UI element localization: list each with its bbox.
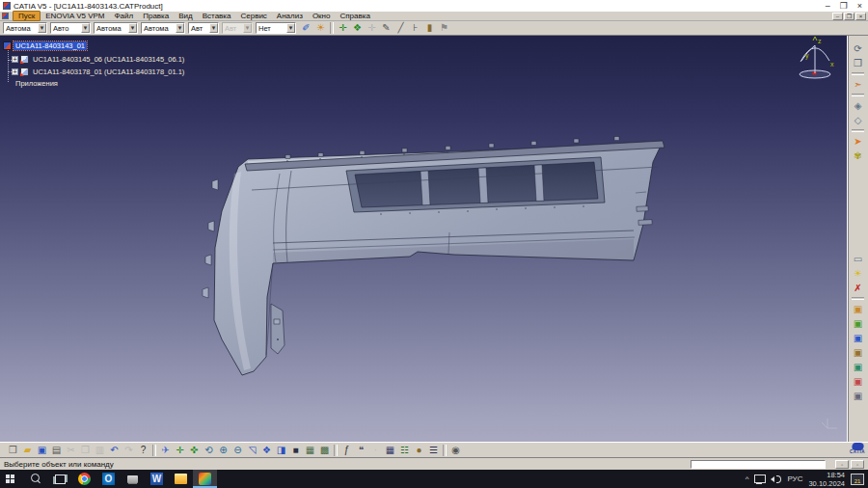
language-indicator[interactable]: РУС: [787, 474, 802, 483]
no-show-icon[interactable]: ✗: [851, 281, 865, 295]
wireframe-view-icon[interactable]: ▦: [303, 444, 317, 457]
cut-icon[interactable]: ✂: [64, 444, 78, 457]
menu-help[interactable]: Справка: [335, 12, 374, 20]
structure-tree-icon[interactable]: ☷: [397, 444, 412, 457]
rotate-icon[interactable]: ⟲: [202, 444, 216, 457]
normal-view-icon[interactable]: ◹: [245, 444, 259, 457]
paste-icon[interactable]: ▥: [93, 444, 107, 457]
fit-all-icon[interactable]: ✛: [173, 444, 187, 457]
menu-start[interactable]: Пуск: [13, 11, 41, 21]
catia-app-icon[interactable]: [193, 470, 217, 488]
save-icon[interactable]: ▣: [35, 444, 49, 457]
render-style-icon[interactable]: ▩: [317, 444, 332, 457]
menu-insert[interactable]: Вставка: [198, 12, 236, 20]
catalog-blue-icon[interactable]: ▣: [851, 331, 865, 345]
product-root-icon[interactable]: [3, 41, 12, 50]
opacity-combo[interactable]: Авто▼: [50, 22, 91, 34]
annotation-icon[interactable]: ▮: [422, 21, 437, 35]
formula-icon[interactable]: ƒ: [339, 444, 354, 457]
camera-icon[interactable]: ◉: [448, 444, 463, 457]
child-minimize-button[interactable]: –: [832, 13, 843, 20]
menu-window[interactable]: Окно: [308, 12, 336, 20]
status-button-2[interactable]: ▫: [851, 460, 864, 469]
chrome-icon[interactable]: [72, 470, 96, 488]
viewport-3d[interactable]: z x y UC1A11-8403143_01 + UC1A11-8403145…: [0, 36, 847, 442]
search-icon[interactable]: [24, 470, 48, 488]
devices-icon[interactable]: [121, 470, 145, 488]
redo-icon[interactable]: ↷: [122, 444, 136, 457]
tree-node-child[interactable]: UC1A11-8403178_01 (UC1A11-8403178_01.1): [31, 68, 186, 76]
pan-icon[interactable]: ✜: [187, 444, 202, 457]
new-icon[interactable]: ❒: [6, 444, 20, 457]
chat-icon[interactable]: ❝: [354, 444, 368, 457]
multi-view-icon[interactable]: ❖: [259, 444, 274, 457]
part-icon[interactable]: [20, 55, 29, 64]
look-at-icon[interactable]: ▭: [851, 252, 865, 266]
tray-app-icon[interactable]: 21: [851, 474, 864, 485]
catalog-red-icon[interactable]: ▣: [851, 374, 865, 389]
file-explorer-icon[interactable]: [169, 470, 193, 488]
measure-between-icon[interactable]: ╱: [393, 21, 408, 35]
list-icon[interactable]: ☰: [426, 444, 441, 457]
tree-node-child[interactable]: UC1A11-8403145_06 (UC1A11-8403145_06.1): [31, 55, 186, 64]
publish-icon[interactable]: ➣: [851, 77, 865, 92]
print-icon[interactable]: ▤: [49, 444, 64, 457]
menu-file[interactable]: Файл: [110, 12, 139, 20]
select-pointer-icon[interactable]: ➤: [851, 134, 865, 149]
product-graph-icon[interactable]: ❐: [851, 56, 865, 70]
task-view-icon[interactable]: [48, 470, 72, 488]
knowledge-icon[interactable]: ·: [368, 444, 383, 457]
child-restore-button[interactable]: ❐: [844, 13, 854, 20]
status-button-1[interactable]: ▫: [835, 460, 849, 469]
catalog-teal-icon[interactable]: ▣: [851, 360, 865, 374]
clash-check-icon[interactable]: ◇: [851, 113, 865, 127]
child-close-button[interactable]: ×: [855, 13, 866, 20]
menu-enovia[interactable]: ENOVIA V5 VPM: [41, 12, 109, 20]
open-icon[interactable]: ▰: [20, 444, 35, 457]
restore-button[interactable]: ❐: [840, 2, 848, 11]
hide-show-bulb-icon[interactable]: ☀: [851, 266, 865, 281]
iso-view-icon[interactable]: ◨: [274, 444, 288, 457]
color-combo[interactable]: Автома▼: [3, 22, 47, 34]
linetype-combo[interactable]: Автома▼: [94, 22, 138, 34]
filter-icon[interactable]: ⚑: [437, 21, 451, 35]
word-icon[interactable]: W: [145, 470, 169, 488]
menu-analyze[interactable]: Анализ: [272, 12, 308, 20]
zoom-out-icon[interactable]: ⊖: [231, 444, 245, 457]
tree-node-root[interactable]: UC1A11-8403143_01: [14, 41, 87, 50]
point-combo[interactable]: Авт▼: [188, 22, 219, 34]
catalog-green-icon[interactable]: ▣: [851, 316, 865, 331]
smart-pick-icon[interactable]: ✾: [851, 149, 865, 163]
clock[interactable]: 18:54 30.10.2024: [808, 471, 845, 488]
compass[interactable]: z x y: [800, 37, 834, 78]
snap-off-icon[interactable]: ✛: [365, 21, 379, 35]
copy-graphic-props-icon[interactable]: ✐: [299, 21, 313, 35]
fly-mode-icon[interactable]: ✈: [158, 444, 173, 457]
volume-icon[interactable]: [771, 474, 781, 484]
start-button-icon[interactable]: [0, 470, 24, 488]
layer-combo[interactable]: Нет▼: [256, 22, 296, 34]
menu-edit[interactable]: Правка: [138, 12, 174, 20]
zoom-in-icon[interactable]: ⊕: [216, 444, 231, 457]
catalog-brown-icon[interactable]: ▣: [851, 345, 865, 360]
menu-tools[interactable]: Сервис: [235, 12, 271, 20]
outlook-icon[interactable]: O: [96, 470, 121, 488]
centered-view-icon[interactable]: ❖: [350, 21, 365, 35]
catalog-gray-icon[interactable]: ▣: [851, 389, 865, 403]
power-input[interactable]: [691, 460, 826, 469]
undo-icon[interactable]: ↶: [107, 444, 122, 457]
model-part[interactable]: [203, 137, 665, 375]
part-icon[interactable]: [20, 68, 29, 76]
render-light-icon[interactable]: ☀: [313, 21, 328, 35]
help-icon[interactable]: ?: [136, 444, 150, 457]
menu-view[interactable]: Вид: [174, 12, 197, 20]
close-button[interactable]: ×: [857, 2, 862, 11]
update-icon[interactable]: ⟳: [851, 41, 865, 56]
space-analysis-icon[interactable]: ◈: [851, 98, 865, 113]
tree-node-applications[interactable]: Приложения: [14, 79, 60, 88]
measure-item-icon[interactable]: ✎: [379, 21, 393, 35]
tree-expander-icon[interactable]: +: [12, 68, 18, 75]
lock-icon[interactable]: ●: [412, 444, 426, 457]
network-icon[interactable]: [754, 474, 765, 484]
catalog-orange-icon[interactable]: ▣: [851, 302, 865, 316]
